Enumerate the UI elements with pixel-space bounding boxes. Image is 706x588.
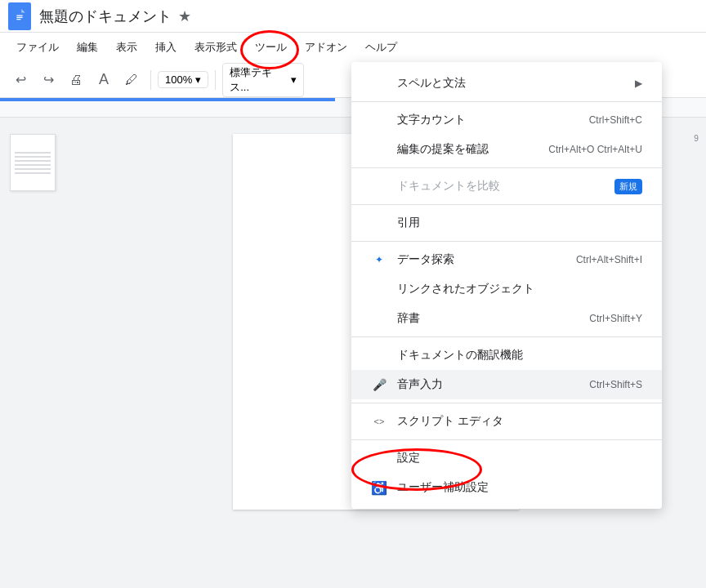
accessibility-icon: ♿ (371, 479, 387, 496)
voice-label: 音声入力 (397, 377, 589, 392)
dropdown-item-translate[interactable]: ドキュメントの翻訳機能 (351, 341, 662, 370)
compare-icon (371, 178, 387, 194)
paint-format-button[interactable]: 🖊 (119, 68, 144, 92)
menu-bar: ファイル 編集 表示 挿入 表示形式 ツール アドオン ヘルプ (0, 33, 706, 62)
dropdown-item-scripteditor[interactable]: <> スクリプト エディタ (351, 407, 662, 436)
page-line (15, 172, 51, 174)
page-lines (11, 149, 54, 177)
dropdown-item-compare: ドキュメントを比較 新規 (351, 172, 662, 201)
separator-2 (351, 167, 662, 168)
toolbar-separator-1 (150, 70, 151, 90)
editsuggestions-icon (371, 141, 387, 158)
dictionary-label: 辞書 (397, 311, 589, 326)
style-value: 標準テキス... (230, 65, 288, 95)
separator-4 (351, 241, 662, 242)
separator-1 (351, 101, 662, 102)
menu-item-insert[interactable]: 挿入 (147, 37, 185, 58)
dropdown-item-explore[interactable]: ✦ データ探索 Ctrl+Alt+Shift+I (351, 245, 662, 274)
dropdown-item-voice[interactable]: 🎤 音声入力 Ctrl+Shift+S (351, 370, 662, 399)
menu-item-help[interactable]: ヘルプ (357, 37, 405, 58)
editsuggestions-shortcut: Ctrl+Alt+O Ctrl+Alt+U (548, 144, 642, 155)
menu-item-edit[interactable]: 編集 (69, 37, 106, 58)
explore-icon: ✦ (371, 252, 387, 268)
menu-item-file[interactable]: ファイル (8, 37, 67, 58)
tools-dropdown-menu: スペルと文法 ▶ 文字カウント Ctrl+Shift+C 編集の提案を確認 Ct… (351, 62, 662, 509)
toolbar-separator-2 (215, 70, 216, 90)
menu-item-view[interactable]: 表示 (108, 37, 145, 58)
wordcount-label: 文字カウント (397, 113, 589, 127)
editsuggestions-label: 編集の提案を確認 (397, 142, 548, 157)
spellcheck-button[interactable]: A (92, 68, 116, 92)
citation-label: 引用 (397, 216, 642, 230)
separator-3 (351, 204, 662, 205)
citation-icon (371, 215, 387, 231)
menu-item-addons[interactable]: アドオン (297, 37, 355, 58)
dropdown-item-editsuggestions[interactable]: 編集の提案を確認 Ctrl+Alt+O Ctrl+Alt+U (351, 135, 662, 164)
page-line (15, 152, 51, 154)
svg-rect-0 (16, 15, 23, 16)
explore-shortcut: Ctrl+Alt+Shift+I (576, 254, 642, 265)
compare-badge: 新規 (614, 179, 642, 194)
tools-label: ツール (255, 41, 287, 53)
print-button[interactable]: 🖨 (64, 68, 88, 92)
redo-button[interactable]: ↪ (36, 68, 60, 92)
dropdown-item-accessibility[interactable]: ♿ ユーザー補助設定 (351, 473, 662, 502)
voice-shortcut: Ctrl+Shift+S (589, 379, 642, 390)
dictionary-icon (371, 310, 387, 327)
menu-item-tools[interactable]: ツール (247, 37, 295, 58)
voice-icon: 🎤 (371, 376, 387, 393)
document-title: 無題のドキュメント (39, 7, 172, 26)
dropdown-item-dictionary[interactable]: 辞書 Ctrl+Shift+Y (351, 304, 662, 333)
accessibility-label: ユーザー補助設定 (397, 480, 642, 495)
page-line (15, 164, 51, 166)
page-line (15, 168, 51, 170)
translate-icon (371, 347, 387, 363)
zoom-arrow: ▾ (195, 74, 201, 86)
undo-button[interactable]: ↩ (8, 68, 33, 92)
wordcount-shortcut: Ctrl+Shift+C (589, 114, 642, 126)
star-icon[interactable]: ★ (178, 7, 191, 25)
dropdown-item-settings[interactable]: 設定 (351, 443, 662, 473)
dropdown-item-spell[interactable]: スペルと文法 ▶ (351, 69, 662, 98)
dropdown-item-wordcount[interactable]: 文字カウント Ctrl+Shift+C (351, 105, 662, 135)
doc-svg (12, 9, 27, 24)
doc-icon (8, 2, 31, 30)
title-bar: 無題のドキュメント ★ (0, 0, 706, 33)
scripteditor-label: スクリプト エディタ (397, 414, 642, 429)
spell-label: スペルと文法 (397, 76, 635, 91)
page-thumbnail (10, 134, 56, 191)
page-line (15, 160, 51, 162)
settings-icon (371, 450, 387, 466)
settings-label: 設定 (397, 451, 642, 466)
linkedobjects-label: リンクされたオブジェクト (397, 282, 642, 296)
dictionary-shortcut: Ctrl+Shift+Y (589, 313, 642, 324)
explore-label: データ探索 (397, 252, 576, 267)
zoom-selector[interactable]: 100% ▾ (158, 71, 208, 88)
scripteditor-icon: <> (371, 413, 387, 430)
spell-arrow: ▶ (635, 78, 642, 89)
page-number: 9 (694, 134, 699, 143)
left-sidebar (0, 118, 65, 588)
dropdown-item-linkedobjects[interactable]: リンクされたオブジェクト (351, 274, 662, 304)
ruler-blue-bar (0, 98, 335, 101)
svg-rect-2 (16, 19, 20, 20)
right-numbers: 9 (686, 118, 706, 588)
linkedobjects-icon (371, 281, 387, 297)
translate-label: ドキュメントの翻訳機能 (397, 348, 642, 363)
separator-7 (351, 439, 662, 440)
svg-rect-1 (16, 16, 23, 17)
separator-6 (351, 403, 662, 403)
style-arrow: ▾ (291, 74, 297, 86)
zoom-value: 100% (165, 74, 192, 86)
page-line (15, 156, 51, 158)
style-selector[interactable]: 標準テキス... ▾ (222, 63, 304, 97)
dropdown-item-citation[interactable]: 引用 (351, 208, 662, 238)
menu-item-format[interactable]: 表示形式 (186, 37, 245, 58)
spell-icon (371, 75, 387, 91)
wordcount-icon (371, 112, 387, 128)
separator-5 (351, 336, 662, 337)
compare-label: ドキュメントを比較 (397, 179, 614, 194)
